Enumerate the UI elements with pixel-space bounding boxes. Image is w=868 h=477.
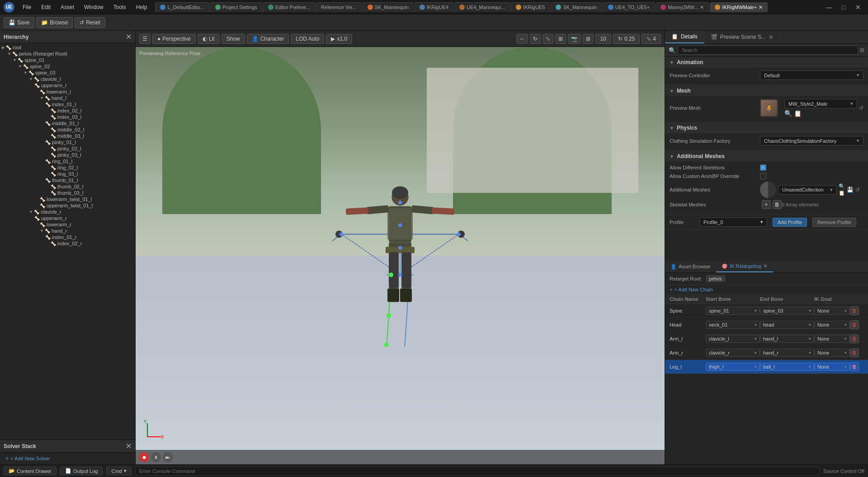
- additional-meshes-section-header[interactable]: ▼ Additional Meshes: [665, 151, 868, 162]
- end-bone-spine-dropdown[interactable]: spine_03 ▾: [760, 307, 814, 315]
- list-item[interactable]: ▼ 🦴 hand_r: [0, 228, 135, 234]
- list-item[interactable]: 🦴 upperarm_twist_01_l: [0, 202, 135, 209]
- delete-leg-l-button[interactable]: 🗑: [850, 362, 863, 371]
- rotate-snap-button[interactable]: ↻ 0.25: [613, 34, 640, 44]
- browse-collection-button[interactable]: 🔍: [839, 183, 845, 189]
- ik-goal-leg-l-dropdown[interactable]: None ▾: [814, 363, 850, 371]
- skip-forward-button[interactable]: ⏭: [163, 452, 173, 462]
- clear-collection-button[interactable]: 📋: [839, 190, 845, 196]
- list-item[interactable]: ▼ 🦴 clavicle_r: [0, 209, 135, 215]
- end-bone-arm-r-dropdown[interactable]: hand_r ▾: [760, 349, 814, 357]
- clothing-sim-dropdown[interactable]: ChaosClothingSimulationFactory ▾: [760, 136, 863, 145]
- rotate-button[interactable]: ↻: [530, 34, 541, 44]
- end-bone-leg-l[interactable]: ball_l ▾: [760, 363, 814, 371]
- list-item[interactable]: 🦴 upperarm_r: [0, 215, 135, 221]
- remove-profile-button[interactable]: Remove Profile: [812, 218, 856, 227]
- start-bone-arm-l-dropdown[interactable]: clavicle_l ▾: [706, 335, 760, 343]
- list-item[interactable]: ▼ 🦴 spine_01: [0, 57, 135, 63]
- play-speed-button[interactable]: ▶ x1.0: [326, 34, 352, 44]
- list-item[interactable]: ▼ 🦴 pelvis (Retarget Root): [0, 51, 135, 57]
- menu-file[interactable]: File: [18, 2, 36, 12]
- end-bone-arm-l[interactable]: hand_l ▾: [760, 335, 814, 343]
- menu-tools[interactable]: Tools: [109, 2, 131, 12]
- close-button[interactable]: ✕: [852, 1, 864, 14]
- trash-icon[interactable]: 🗑: [850, 348, 859, 357]
- tab-asset-browser[interactable]: 👤 Asset Browser: [665, 261, 716, 272]
- chain-row-arm-l[interactable]: Arm_l clavicle_l ▾ hand_l ▾: [665, 332, 868, 346]
- reset-collection-button[interactable]: ↺: [855, 187, 860, 193]
- tab-ikrig-ue5[interactable]: IKRigUE5: [511, 2, 550, 12]
- chain-row-leg-l[interactable]: Leg_l thigh_l ▾ ball_l ▾: [665, 360, 868, 374]
- mesh-section-header[interactable]: ▼ Mesh: [665, 85, 868, 96]
- perspective-button[interactable]: ● Perspective: [152, 34, 196, 44]
- record-button[interactable]: ⏺: [139, 452, 149, 462]
- preview-mesh-dropdown[interactable]: MW_Style2_Male ▾: [784, 99, 857, 108]
- ik-goal-spine[interactable]: None ▾: [814, 307, 850, 315]
- physics-section-header[interactable]: ▼ Physics: [665, 122, 868, 133]
- end-bone-spine[interactable]: spine_03 ▾: [760, 307, 814, 315]
- end-bone-leg-l-dropdown[interactable]: ball_l ▾: [760, 363, 814, 371]
- list-item[interactable]: 🦴 pinky_02_l: [0, 145, 135, 152]
- grid-size-button[interactable]: 10: [595, 34, 611, 44]
- list-item[interactable]: 🦴 pinky_01_l: [0, 139, 135, 145]
- start-bone-spine[interactable]: spine_01 ▾: [706, 307, 760, 315]
- list-item[interactable]: 🦴 thumb_02_l: [0, 183, 135, 190]
- add-new-chain-button[interactable]: + + Add New Chain: [665, 285, 868, 295]
- list-item[interactable]: 🦴 lowerarm_twist_01_l: [0, 196, 135, 202]
- tab-ue4-to-ue5[interactable]: UE4_TO_UE5+: [603, 2, 655, 12]
- trash-icon[interactable]: 🗑: [850, 334, 859, 343]
- list-item[interactable]: 🦴 index_02_r: [0, 240, 135, 247]
- end-bone-arm-r[interactable]: hand_r ▾: [760, 349, 814, 357]
- start-bone-head-dropdown[interactable]: neck_01 ▾: [706, 321, 760, 329]
- add-new-solver-button[interactable]: + + Add New Solver: [0, 453, 135, 464]
- character-button[interactable]: 👤 Character: [247, 34, 289, 44]
- tab-l-default[interactable]: L_DefaultEdito...: [155, 2, 209, 12]
- reset-mesh-button[interactable]: ↺: [859, 105, 863, 111]
- solver-stack-close-button[interactable]: ✕: [126, 443, 132, 450]
- delete-arm-r-button[interactable]: 🗑: [850, 348, 863, 357]
- lod-button[interactable]: LOD Auto: [291, 34, 324, 44]
- add-profile-button[interactable]: Add Profile: [773, 218, 807, 227]
- save-collection-button[interactable]: 💾: [847, 187, 854, 193]
- tab-manny2mw[interactable]: Manny2MW... ✕: [656, 2, 709, 12]
- delete-spine-button[interactable]: 🗑: [850, 306, 863, 315]
- ik-goal-arm-l[interactable]: None ▾: [814, 335, 850, 343]
- tab-preview-scene[interactable]: 🎬 Details Preview Scene S... ✕: [704, 31, 780, 43]
- clear-mesh-button[interactable]: 📋: [794, 110, 802, 117]
- tab-editor-prefs[interactable]: Editor Prefere...: [263, 2, 315, 12]
- console-command-input[interactable]: [135, 467, 820, 476]
- scale-button[interactable]: ⤡: [542, 34, 553, 44]
- pause-button[interactable]: ⏸: [151, 452, 161, 462]
- chain-row-spine[interactable]: Spine spine_01 ▾ spine_03 ▾: [665, 304, 868, 318]
- allow-diff-skeletons-checkbox[interactable]: ✓: [760, 164, 766, 171]
- tab-project-settings[interactable]: Project Settings: [210, 2, 262, 12]
- menu-window[interactable]: Window: [80, 2, 108, 12]
- delete-arm-l-button[interactable]: 🗑: [850, 334, 863, 343]
- start-bone-leg-l-dropdown[interactable]: thigh_l ▾: [706, 363, 760, 371]
- list-item[interactable]: 🦴 thumb_01_l: [0, 177, 135, 183]
- content-drawer-button[interactable]: 📂 Content Drawer: [4, 467, 57, 475]
- start-bone-arm-r[interactable]: clavicle_r ▾: [706, 349, 760, 357]
- list-item[interactable]: 🦴 middle_01_l: [0, 120, 135, 126]
- list-item[interactable]: 🦴 ring_01_l: [0, 158, 135, 164]
- list-item[interactable]: ▶ 🦴 root: [0, 44, 135, 51]
- hamburger-button[interactable]: ☰: [139, 34, 151, 44]
- ik-goal-head-dropdown[interactable]: None ▾: [814, 321, 850, 329]
- remove-skeletal-mesh-button[interactable]: 🗑: [773, 200, 782, 209]
- start-bone-arm-l[interactable]: clavicle_l ▾: [706, 335, 760, 343]
- end-bone-arm-l-dropdown[interactable]: hand_l ▾: [760, 335, 814, 343]
- maximize-button[interactable]: □: [837, 1, 850, 14]
- trash-icon[interactable]: 🗑: [850, 362, 859, 371]
- save-button[interactable]: 💾 Save: [4, 17, 34, 28]
- list-item[interactable]: 🦴 index_02_l: [0, 108, 135, 114]
- local-global-button[interactable]: ⊞: [555, 34, 566, 44]
- hierarchy-list[interactable]: ▶ 🦴 root ▼ 🦴 pelvis (Retarget Root) ▼ 🦴 …: [0, 43, 135, 440]
- viewport-canvas[interactable]: Previewing Reference Pose: [136, 47, 665, 464]
- menu-edit[interactable]: Edit: [37, 2, 55, 12]
- list-item[interactable]: 🦴 index_01_l: [0, 101, 135, 108]
- start-bone-leg-l[interactable]: thigh_l ▾: [706, 363, 760, 371]
- delete-head-button[interactable]: 🗑: [850, 320, 863, 329]
- menu-asset[interactable]: Asset: [56, 2, 79, 12]
- list-item[interactable]: 🦴 pinky_03_l: [0, 152, 135, 158]
- grid-button[interactable]: ⊞: [583, 34, 594, 44]
